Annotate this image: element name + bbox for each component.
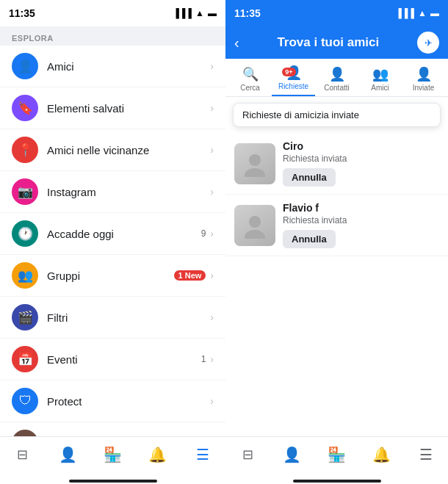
richieste-badge: 9+ — [282, 68, 295, 76]
eventi-label: Eventi — [47, 353, 201, 366]
tab-richieste[interactable]: 👤 9+ Richieste — [272, 59, 315, 96]
right-tab-people-icon: 👤 — [283, 446, 301, 463]
flavio-cancel-button[interactable]: Annulla — [283, 230, 336, 248]
left-tab-menu-icon: ☰ — [196, 446, 209, 463]
amici-tab-label: Amici — [371, 84, 389, 92]
instagram-chevron: › — [210, 186, 214, 198]
right-tab-home[interactable]: ⊟ — [225, 447, 270, 463]
eventi-chevron: › — [210, 353, 214, 365]
left-status-icons: ▐▐▐ ▲ ▬ — [173, 8, 217, 18]
ciro-cancel-button[interactable]: Annulla — [283, 168, 336, 187]
right-time: 11:35 — [234, 7, 261, 19]
ciro-status: Richiesta inviata — [283, 153, 439, 164]
friend-item-ciro: Ciro Richiesta inviata Annulla — [225, 133, 448, 195]
right-status-icons: ▐▐▐ ▲ ▬ — [396, 8, 439, 18]
left-tab-home-icon: ⊟ — [17, 447, 28, 463]
ciro-person-icon — [242, 151, 268, 177]
left-bottom-tab-bar: ⊟ 👤 🏪 🔔 ☰ — [0, 436, 225, 477]
left-tab-menu[interactable]: ☰ — [181, 446, 225, 463]
left-home-indicator — [69, 480, 157, 483]
menu-item-amici[interactable]: 👤 Amici › — [0, 46, 225, 87]
instagram-icon: 📷 — [12, 178, 38, 205]
right-tab-menu[interactable]: ☰ — [403, 446, 448, 463]
left-time: 11:35 — [9, 7, 35, 19]
menu-item-codice-qr[interactable]: ▦ Codice QR › — [0, 422, 225, 436]
wifi-icon: ▲ — [195, 8, 204, 18]
menu-item-instagram[interactable]: 📷 Instagram › — [0, 171, 225, 213]
cerca-tab-label: Cerca — [240, 84, 260, 92]
left-tab-notifications[interactable]: 🔔 — [135, 446, 180, 463]
svg-point-1 — [245, 168, 265, 177]
menu-item-gruppi[interactable]: 👥 Gruppi 1 New › — [0, 255, 225, 297]
amici-vicinanza-icon: 📍 — [12, 137, 38, 163]
signal-icon: ▐▐▐ — [173, 8, 192, 18]
tab-amici[interactable]: 👥 Amici — [358, 60, 402, 96]
right-tab-notifications[interactable]: 🔔 — [359, 446, 404, 463]
elementi-salvati-label: Elementi salvati — [47, 102, 210, 115]
back-button[interactable]: ‹ — [234, 35, 239, 51]
menu-item-amici-vicinanza[interactable]: 📍 Amici nelle vicinanze › — [0, 129, 225, 171]
flavio-avatar-placeholder — [234, 205, 275, 246]
flavio-person-icon — [242, 212, 268, 239]
right-tab-home-icon: ⊟ — [242, 447, 253, 463]
tab-cerca[interactable]: 🔍 Cerca — [228, 60, 272, 96]
left-tab-store[interactable]: 🏪 — [90, 446, 135, 463]
accadde-oggi-chevron: › — [210, 228, 214, 239]
accadde-oggi-icon: 🕐 — [12, 220, 38, 247]
ciro-name: Ciro — [283, 140, 439, 152]
accadde-oggi-badge: 9 — [201, 228, 206, 239]
richieste-tab-label: Richieste — [278, 82, 308, 90]
right-home-indicator — [293, 480, 381, 483]
messenger-icon: ✈ — [424, 37, 433, 48]
eventi-icon: 📅 — [12, 346, 38, 372]
ciro-avatar — [234, 143, 275, 184]
cerca-tab-icon: 🔍 — [242, 66, 259, 82]
tab-contatti[interactable]: 👤 Contatti — [315, 60, 358, 96]
menu-list: 👤 Amici › 🔖 Elementi salvati › 📍 Amici n… — [0, 46, 225, 436]
ciro-info: Ciro Richiesta inviata Annulla — [283, 140, 439, 187]
battery-icon: ▬ — [208, 8, 217, 18]
gruppi-badge-new: 1 New — [174, 270, 206, 281]
right-tabs: 🔍 Cerca 👤 9+ Richieste 👤 Contatti 👥 Amic… — [225, 59, 448, 97]
svg-point-2 — [249, 216, 261, 228]
protect-icon: 🛡 — [12, 388, 38, 414]
contatti-tab-label: Contatti — [324, 84, 349, 92]
gruppi-icon: 👥 — [12, 262, 38, 289]
instagram-label: Instagram — [47, 186, 210, 198]
left-tab-people[interactable]: 👤 — [45, 446, 90, 463]
accadde-oggi-label: Accadde oggi — [47, 228, 201, 240]
elementi-salvati-icon: 🔖 — [12, 95, 38, 121]
messenger-button[interactable]: ✈ — [417, 32, 439, 54]
menu-item-filtri[interactable]: 🎬 Filtri › — [0, 297, 225, 339]
right-tab-people[interactable]: 👤 — [270, 446, 315, 463]
menu-item-eventi[interactable]: 📅 Eventi 1 › — [0, 339, 225, 380]
right-signal-icon: ▐▐▐ — [396, 8, 415, 18]
filtri-icon: 🎬 — [12, 304, 38, 331]
eventi-badge: 1 — [201, 354, 206, 364]
left-status-bar: 11:35 ▐▐▐ ▲ ▬ — [0, 0, 225, 26]
right-tab-notifications-icon: 🔔 — [372, 446, 391, 463]
protect-label: Protect — [47, 395, 210, 408]
amici-tab-icon: 👥 — [372, 66, 389, 82]
left-panel: 11:35 ▐▐▐ ▲ ▬ ESPLORA 👤 Amici › 🔖 Elemen… — [0, 0, 225, 484]
elementi-salvati-chevron: › — [210, 102, 214, 114]
right-page-title: Trova i tuoi amici — [247, 35, 410, 50]
menu-item-protect[interactable]: 🛡 Protect › — [0, 380, 225, 422]
menu-item-accadde-oggi[interactable]: 🕐 Accadde oggi 9 › — [0, 213, 225, 255]
left-tab-home[interactable]: ⊟ — [0, 447, 45, 463]
tab-inviate[interactable]: 👤 Inviate — [402, 60, 445, 96]
contatti-tab-icon: 👤 — [329, 66, 345, 82]
amici-vicinanza-label: Amici nelle vicinanze — [47, 144, 210, 156]
amici-chevron: › — [210, 60, 214, 72]
flavio-info: Flavio f Richiesta inviata Annulla — [283, 202, 439, 248]
menu-item-elementi-salvati[interactable]: 🔖 Elementi salvati › — [0, 87, 225, 129]
right-tab-store-icon: 🏪 — [328, 446, 346, 463]
right-panel: 11:35 ▐▐▐ ▲ ▬ ‹ Trova i tuoi amici ✈ 🔍 C… — [225, 0, 448, 484]
left-tab-store-icon: 🏪 — [104, 446, 122, 463]
left-tab-notifications-icon: 🔔 — [148, 446, 167, 463]
ciro-avatar-placeholder — [234, 143, 275, 184]
svg-point-0 — [249, 154, 261, 166]
flavio-avatar — [234, 205, 275, 246]
right-tab-store[interactable]: 🏪 — [314, 446, 359, 463]
amici-vicinanza-chevron: › — [210, 144, 214, 156]
